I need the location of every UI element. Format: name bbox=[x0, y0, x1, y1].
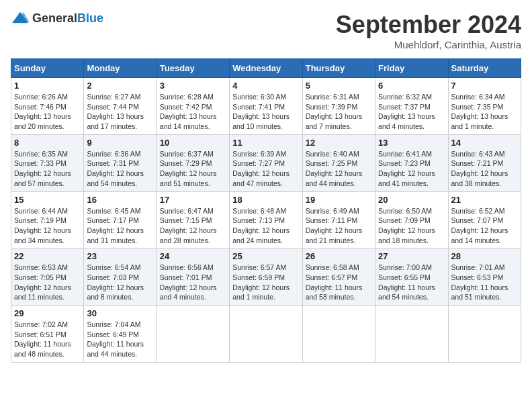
day-number: 30 bbox=[87, 308, 153, 318]
title-area: September 2024 Muehldorf, Carinthia, Aus… bbox=[336, 11, 521, 50]
calendar-cell bbox=[302, 306, 375, 363]
calendar-cell: 7Sunrise: 6:34 AMSunset: 7:35 PMDaylight… bbox=[448, 78, 521, 135]
calendar-cell: 11Sunrise: 6:39 AMSunset: 7:27 PMDayligh… bbox=[230, 134, 302, 191]
day-number: 13 bbox=[378, 138, 445, 148]
logo-icon bbox=[11, 11, 30, 26]
calendar-cell: 22Sunrise: 6:53 AMSunset: 7:05 PMDayligh… bbox=[11, 248, 84, 306]
day-number: 15 bbox=[14, 195, 81, 205]
day-number: 3 bbox=[160, 81, 226, 91]
day-header-wednesday: Wednesday bbox=[230, 59, 302, 78]
calendar-table: SundayMondayTuesdayWednesdayThursdayFrid… bbox=[11, 58, 521, 363]
day-number: 8 bbox=[14, 138, 81, 148]
calendar-cell: 20Sunrise: 6:50 AMSunset: 7:09 PMDayligh… bbox=[375, 191, 448, 248]
day-info: Sunrise: 6:41 AMSunset: 7:23 PMDaylight:… bbox=[378, 149, 445, 189]
logo-general: General bbox=[32, 11, 77, 25]
day-number: 21 bbox=[451, 195, 518, 205]
day-info: Sunrise: 6:30 AMSunset: 7:41 PMDaylight:… bbox=[232, 92, 299, 132]
day-number: 17 bbox=[160, 195, 226, 205]
calendar-cell: 27Sunrise: 7:00 AMSunset: 6:55 PMDayligh… bbox=[375, 248, 448, 306]
day-number: 5 bbox=[306, 81, 372, 91]
calendar-cell: 24Sunrise: 6:56 AMSunset: 7:01 PMDayligh… bbox=[157, 248, 229, 306]
day-number: 23 bbox=[87, 251, 153, 261]
calendar-cell: 1Sunrise: 6:26 AMSunset: 7:46 PMDaylight… bbox=[11, 78, 84, 135]
day-header-sunday: Sunday bbox=[11, 59, 84, 78]
calendar-cell: 6Sunrise: 6:32 AMSunset: 7:37 PMDaylight… bbox=[375, 78, 448, 135]
day-info: Sunrise: 6:58 AMSunset: 6:57 PMDaylight:… bbox=[306, 263, 372, 302]
calendar-header: SundayMondayTuesdayWednesdayThursdayFrid… bbox=[11, 59, 521, 78]
calendar-cell bbox=[375, 306, 448, 363]
day-header-tuesday: Tuesday bbox=[157, 59, 229, 78]
day-info: Sunrise: 6:35 AMSunset: 7:33 PMDaylight:… bbox=[14, 149, 81, 189]
day-number: 20 bbox=[378, 195, 445, 205]
day-info: Sunrise: 6:44 AMSunset: 7:19 PMDaylight:… bbox=[14, 206, 81, 246]
day-number: 10 bbox=[160, 138, 226, 148]
calendar-cell: 25Sunrise: 6:57 AMSunset: 6:59 PMDayligh… bbox=[230, 248, 302, 306]
calendar-cell: 14Sunrise: 6:43 AMSunset: 7:21 PMDayligh… bbox=[448, 134, 521, 191]
day-info: Sunrise: 6:52 AMSunset: 7:07 PMDaylight:… bbox=[451, 206, 518, 246]
calendar-cell: 29Sunrise: 7:02 AMSunset: 6:51 PMDayligh… bbox=[11, 306, 84, 363]
calendar-cell: 23Sunrise: 6:54 AMSunset: 7:03 PMDayligh… bbox=[84, 248, 157, 306]
day-number: 29 bbox=[14, 308, 81, 318]
calendar-cell: 16Sunrise: 6:45 AMSunset: 7:17 PMDayligh… bbox=[84, 191, 157, 248]
calendar-cell bbox=[230, 306, 302, 363]
calendar-week-2: 15Sunrise: 6:44 AMSunset: 7:19 PMDayligh… bbox=[11, 191, 521, 248]
day-number: 26 bbox=[306, 251, 372, 261]
calendar-body: 1Sunrise: 6:26 AMSunset: 7:46 PMDaylight… bbox=[11, 78, 521, 363]
calendar-week-4: 29Sunrise: 7:02 AMSunset: 6:51 PMDayligh… bbox=[11, 306, 521, 363]
day-info: Sunrise: 6:34 AMSunset: 7:35 PMDaylight:… bbox=[451, 92, 518, 132]
day-info: Sunrise: 6:47 AMSunset: 7:15 PMDaylight:… bbox=[160, 206, 226, 246]
calendar-cell: 10Sunrise: 6:37 AMSunset: 7:29 PMDayligh… bbox=[157, 134, 229, 191]
day-info: Sunrise: 6:28 AMSunset: 7:42 PMDaylight:… bbox=[160, 92, 226, 132]
calendar-cell: 5Sunrise: 6:31 AMSunset: 7:39 PMDaylight… bbox=[302, 78, 375, 135]
calendar-cell: 30Sunrise: 7:04 AMSunset: 6:49 PMDayligh… bbox=[84, 306, 157, 363]
day-number: 18 bbox=[232, 195, 299, 205]
day-number: 19 bbox=[306, 195, 372, 205]
day-header-friday: Friday bbox=[375, 59, 448, 78]
day-info: Sunrise: 6:37 AMSunset: 7:29 PMDaylight:… bbox=[160, 149, 226, 189]
day-info: Sunrise: 6:27 AMSunset: 7:44 PMDaylight:… bbox=[87, 92, 153, 132]
calendar-cell: 13Sunrise: 6:41 AMSunset: 7:23 PMDayligh… bbox=[375, 134, 448, 191]
calendar-cell bbox=[157, 306, 229, 363]
calendar-cell: 9Sunrise: 6:36 AMSunset: 7:31 PMDaylight… bbox=[84, 134, 157, 191]
calendar-cell: 15Sunrise: 6:44 AMSunset: 7:19 PMDayligh… bbox=[11, 191, 84, 248]
calendar-cell bbox=[448, 306, 521, 363]
day-info: Sunrise: 6:48 AMSunset: 7:13 PMDaylight:… bbox=[232, 206, 299, 246]
day-info: Sunrise: 7:02 AMSunset: 6:51 PMDaylight:… bbox=[14, 320, 81, 359]
header: GeneralBlue September 2024 Muehldorf, Ca… bbox=[11, 11, 521, 50]
day-number: 27 bbox=[378, 251, 445, 261]
calendar-cell: 18Sunrise: 6:48 AMSunset: 7:13 PMDayligh… bbox=[230, 191, 302, 248]
day-info: Sunrise: 7:04 AMSunset: 6:49 PMDaylight:… bbox=[87, 320, 153, 359]
day-info: Sunrise: 6:49 AMSunset: 7:11 PMDaylight:… bbox=[306, 206, 372, 246]
day-number: 12 bbox=[306, 138, 372, 148]
calendar-cell: 2Sunrise: 6:27 AMSunset: 7:44 PMDaylight… bbox=[84, 78, 157, 135]
logo-blue: Blue bbox=[77, 11, 103, 25]
day-number: 24 bbox=[160, 251, 226, 261]
day-number: 7 bbox=[451, 81, 518, 91]
calendar-week-3: 22Sunrise: 6:53 AMSunset: 7:05 PMDayligh… bbox=[11, 248, 521, 306]
day-info: Sunrise: 6:40 AMSunset: 7:25 PMDaylight:… bbox=[306, 149, 372, 189]
day-info: Sunrise: 6:53 AMSunset: 7:05 PMDaylight:… bbox=[14, 263, 81, 302]
calendar-cell: 21Sunrise: 6:52 AMSunset: 7:07 PMDayligh… bbox=[448, 191, 521, 248]
logo: GeneralBlue bbox=[11, 11, 103, 26]
day-header-saturday: Saturday bbox=[448, 59, 521, 78]
day-number: 1 bbox=[14, 81, 81, 91]
day-info: Sunrise: 6:36 AMSunset: 7:31 PMDaylight:… bbox=[87, 149, 153, 189]
day-info: Sunrise: 6:39 AMSunset: 7:27 PMDaylight:… bbox=[232, 149, 299, 189]
day-number: 28 bbox=[451, 251, 518, 261]
day-header-thursday: Thursday bbox=[302, 59, 375, 78]
day-info: Sunrise: 7:01 AMSunset: 6:53 PMDaylight:… bbox=[451, 263, 518, 302]
day-info: Sunrise: 6:57 AMSunset: 6:59 PMDaylight:… bbox=[232, 263, 299, 302]
day-info: Sunrise: 6:54 AMSunset: 7:03 PMDaylight:… bbox=[87, 263, 153, 302]
day-info: Sunrise: 6:26 AMSunset: 7:46 PMDaylight:… bbox=[14, 92, 81, 132]
day-number: 25 bbox=[232, 251, 299, 261]
location-subtitle: Muehldorf, Carinthia, Austria bbox=[336, 39, 521, 50]
day-number: 4 bbox=[232, 81, 299, 91]
day-info: Sunrise: 6:32 AMSunset: 7:37 PMDaylight:… bbox=[378, 92, 445, 132]
calendar-cell: 12Sunrise: 6:40 AMSunset: 7:25 PMDayligh… bbox=[302, 134, 375, 191]
calendar-cell: 4Sunrise: 6:30 AMSunset: 7:41 PMDaylight… bbox=[230, 78, 302, 135]
day-info: Sunrise: 6:31 AMSunset: 7:39 PMDaylight:… bbox=[306, 92, 372, 132]
calendar-cell: 8Sunrise: 6:35 AMSunset: 7:33 PMDaylight… bbox=[11, 134, 84, 191]
calendar-cell: 19Sunrise: 6:49 AMSunset: 7:11 PMDayligh… bbox=[302, 191, 375, 248]
calendar-week-1: 8Sunrise: 6:35 AMSunset: 7:33 PMDaylight… bbox=[11, 134, 521, 191]
day-number: 22 bbox=[14, 251, 81, 261]
